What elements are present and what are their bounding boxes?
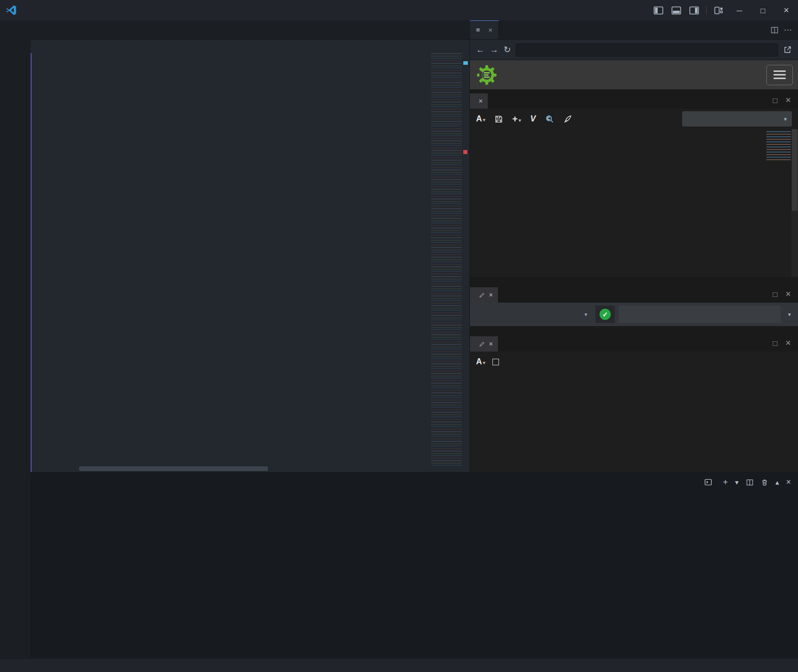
ce-editor-toolbar: A▾ +▾ V ▾	[470, 109, 798, 129]
ce-minimap	[766, 131, 791, 162]
terminal-output[interactable]	[31, 492, 798, 495]
close-pane-icon[interactable]: ×	[785, 289, 791, 300]
ce-compiler-pane-tabs: × □ ×	[470, 277, 798, 303]
minimize-button[interactable]: ─	[728, 0, 751, 20]
vscode-logo-icon	[5, 4, 17, 16]
toggle-sidebar-icon[interactable]	[650, 6, 667, 15]
customize-layout-icon[interactable]	[710, 6, 728, 15]
edit-icon[interactable]	[479, 341, 485, 347]
back-icon[interactable]: ←	[476, 45, 485, 55]
close-icon[interactable]: ×	[489, 291, 493, 299]
tab-simple-browser[interactable]: ≡ ×	[470, 20, 499, 39]
close-icon[interactable]: ×	[489, 340, 493, 348]
language-select[interactable]: ▾	[682, 111, 792, 127]
vscode-window: ─ □ × ≡ × ⋯	[0, 0, 798, 672]
maximize-pane-icon[interactable]: □	[772, 96, 777, 105]
code-editor[interactable]	[31, 53, 469, 472]
maximize-panel-icon[interactable]: ▴	[776, 478, 779, 486]
panel-tab-bar: + ▾ ▴ ×	[31, 472, 798, 492]
ce-scrollbar[interactable]	[791, 129, 798, 277]
terminal-dropdown-icon[interactable]: ▾	[735, 478, 739, 486]
forward-icon[interactable]: →	[490, 45, 498, 55]
overview-mark-cyan	[463, 61, 468, 65]
horizontal-scrollbar[interactable]	[79, 466, 268, 471]
activity-bar	[0, 20, 31, 658]
simple-browser-panel: ≡ × ⋯ ← → ↻	[469, 20, 798, 472]
ce-menu-button[interactable]	[766, 65, 793, 85]
add-pane-icon[interactable]: +▾	[512, 114, 521, 125]
compile-status: ✓	[595, 306, 615, 323]
compiler-explorer-page: × □ × A▾ +▾ V ▾	[470, 60, 798, 472]
options-dropdown-icon[interactable]: ▾	[785, 311, 794, 318]
title-bar: ─ □ ×	[0, 0, 798, 20]
ce-output-content	[470, 372, 798, 378]
toggle-panel-icon[interactable]	[667, 6, 685, 15]
terminal-instance[interactable]	[704, 478, 716, 486]
divider	[706, 6, 707, 14]
ce-output-toolbar: A▾	[470, 352, 798, 372]
reload-icon[interactable]: ↻	[504, 44, 511, 55]
terminal-icon	[704, 478, 712, 486]
ce-compiler-tab[interactable]: ×	[470, 287, 498, 303]
browser-tab-bar: ≡ × ⋯	[470, 20, 798, 40]
save-icon[interactable]	[494, 115, 503, 123]
status-bar	[0, 658, 798, 672]
open-external-icon[interactable]	[783, 45, 792, 54]
close-icon[interactable]: ×	[488, 26, 492, 34]
close-panel-icon[interactable]: ×	[786, 478, 791, 487]
ce-source-pane-tabs: × □ ×	[470, 89, 798, 109]
close-pane-icon[interactable]: ×	[785, 338, 791, 349]
close-icon[interactable]: ×	[479, 97, 483, 105]
check-icon: ✓	[600, 309, 611, 320]
overview-mark-error	[463, 150, 467, 154]
ce-source-tab[interactable]: ×	[470, 93, 488, 109]
url-input[interactable]	[516, 43, 778, 57]
close-button[interactable]: ×	[775, 0, 798, 20]
compiler-select[interactable]: ▾	[474, 311, 591, 318]
close-pane-icon[interactable]: ×	[785, 95, 791, 106]
kill-terminal-icon[interactable]	[761, 479, 768, 486]
font-size-icon[interactable]: A▾	[476, 357, 485, 366]
wrap-lines-checkbox[interactable]	[492, 359, 499, 365]
edit-icon[interactable]	[479, 292, 485, 298]
search-icon[interactable]	[545, 114, 554, 123]
minimap[interactable]	[431, 53, 462, 467]
ce-output-pane-tabs: × □ ×	[470, 326, 798, 352]
maximize-pane-icon[interactable]: □	[772, 290, 777, 298]
browser-url-bar: ← → ↻	[470, 40, 798, 60]
breadcrumb[interactable]	[31, 40, 469, 53]
bottom-panel: + ▾ ▴ ×	[31, 472, 798, 658]
maximize-button[interactable]: □	[751, 0, 775, 20]
compiler-explorer-logo-icon	[475, 63, 498, 87]
font-size-icon[interactable]: A▾	[476, 114, 485, 123]
ce-header	[470, 60, 798, 89]
new-terminal-icon[interactable]: +	[723, 477, 728, 487]
ce-compiler-row: ▾ ✓ ▾	[470, 303, 798, 326]
more-actions-icon[interactable]: ⋯	[784, 25, 792, 35]
quill-icon[interactable]	[563, 115, 572, 123]
preview-icon: ≡	[476, 27, 480, 34]
editor-tab-bar	[31, 20, 469, 40]
toggle-secondary-sidebar-icon[interactable]	[685, 6, 703, 15]
ce-output-tab[interactable]: ×	[470, 336, 498, 352]
split-editor-icon[interactable]	[770, 26, 779, 34]
compiler-options-input[interactable]	[619, 306, 781, 323]
maximize-pane-icon[interactable]: □	[772, 339, 777, 347]
split-terminal-icon[interactable]	[746, 479, 754, 486]
ce-source-editor[interactable]	[470, 129, 798, 277]
overview-ruler	[462, 53, 469, 472]
editor-area	[31, 20, 469, 472]
vim-mode-icon[interactable]: V	[530, 114, 536, 123]
